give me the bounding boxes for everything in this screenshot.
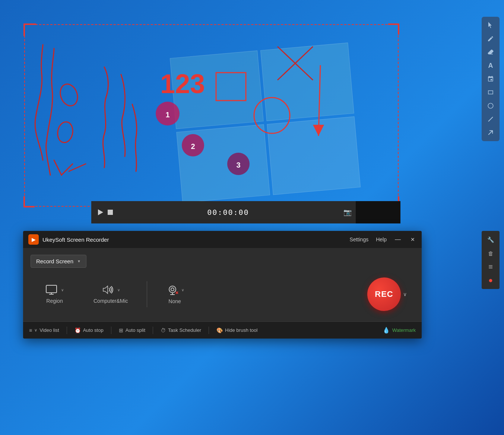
mode-dropdown[interactable]: Record Screen ▼ bbox=[31, 255, 86, 268]
windows-logo-area bbox=[24, 24, 399, 207]
region-icon-group: ∨ bbox=[45, 285, 64, 295]
windows-grid bbox=[169, 42, 360, 203]
side-menu-icon[interactable]: ≡ bbox=[484, 261, 497, 273]
hide-brush-icon: 🎨 bbox=[216, 327, 223, 333]
playback-bar: 00:00:00 📷 ⊙ ⊞ 🎨 ⧉ bbox=[91, 201, 400, 223]
rectangle-tool-btn[interactable] bbox=[484, 86, 497, 99]
video-list-label: Video list bbox=[39, 327, 59, 333]
highlight-tool-btn[interactable] bbox=[484, 73, 497, 85]
auto-split-label: Auto split bbox=[126, 327, 145, 333]
text-tool-btn[interactable]: A bbox=[484, 59, 497, 72]
video-list-icon: ≡ bbox=[29, 327, 32, 333]
hide-brush-label: Hide brush tool bbox=[225, 327, 257, 333]
mode-arrow-icon: ▼ bbox=[77, 259, 81, 263]
arrow-tool-btn[interactable] bbox=[484, 126, 497, 139]
region-caret-icon: ∨ bbox=[61, 288, 64, 292]
region-label: Region bbox=[46, 298, 63, 304]
app-logo-icon: ▶ bbox=[32, 236, 36, 242]
watermark-btn[interactable]: 💧 Watermark bbox=[383, 327, 416, 334]
auto-stop-label: Auto stop bbox=[83, 327, 104, 333]
controls-divider bbox=[147, 281, 147, 307]
sep3 bbox=[153, 327, 153, 334]
pen-tool-btn[interactable] bbox=[484, 32, 497, 45]
app-titlebar: ▶ UkeySoft Screen Recorder Settings Help… bbox=[23, 231, 422, 248]
watermark-label: Watermark bbox=[392, 327, 416, 333]
side-settings-icon[interactable]: 🔧 bbox=[484, 234, 497, 246]
audio-caret-icon: ∨ bbox=[117, 288, 120, 292]
stop-icon bbox=[108, 210, 113, 215]
camera-control[interactable]: ∨ None bbox=[151, 284, 199, 304]
sep1 bbox=[67, 327, 67, 334]
camera-icon-group: ∨ bbox=[166, 284, 184, 295]
win-tile-1 bbox=[169, 51, 263, 129]
win-tile-4 bbox=[267, 117, 361, 195]
camera-caret-icon: ∨ bbox=[181, 288, 184, 292]
play-icon bbox=[98, 209, 103, 215]
task-scheduler-label: Task Scheduler bbox=[168, 327, 201, 333]
video-list-item[interactable]: ≡ ∨ Video list bbox=[29, 327, 59, 333]
auto-stop-item[interactable]: ⏰ Auto stop bbox=[75, 327, 104, 333]
task-scheduler-item[interactable]: ⏱ Task Scheduler bbox=[161, 327, 201, 333]
settings-link[interactable]: Settings bbox=[350, 236, 369, 242]
win-tile-3 bbox=[176, 124, 270, 203]
app-logo: ▶ bbox=[28, 234, 39, 245]
sep2 bbox=[111, 327, 111, 334]
auto-split-icon: ⊞ bbox=[119, 327, 123, 333]
svg-line-15 bbox=[488, 117, 493, 121]
ellipse-tool-btn[interactable] bbox=[484, 99, 497, 112]
app-title: UkeySoft Screen Recorder bbox=[42, 236, 350, 243]
screenshot-icon[interactable]: 📷 bbox=[343, 208, 352, 216]
task-scheduler-icon: ⏱ bbox=[161, 327, 166, 333]
audio-control[interactable]: ∨ Computer&Mic bbox=[79, 285, 143, 304]
region-control[interactable]: ∨ Region bbox=[31, 285, 79, 304]
close-button[interactable]: ✕ bbox=[409, 236, 416, 242]
list-arrow: ∨ bbox=[34, 328, 37, 333]
side-record-dot-icon[interactable]: ● bbox=[484, 274, 497, 286]
stop-button[interactable] bbox=[108, 210, 113, 215]
help-link[interactable]: Help bbox=[376, 236, 387, 242]
win-tile-2 bbox=[260, 42, 354, 121]
auto-split-item[interactable]: ⊞ Auto split bbox=[119, 327, 145, 333]
timer-display: 00:00:00 bbox=[117, 208, 339, 217]
webcam-icon bbox=[166, 284, 179, 295]
speaker-icon bbox=[102, 285, 115, 295]
app-window: ▶ UkeySoft Screen Recorder Settings Help… bbox=[23, 231, 422, 339]
audio-label: Computer&Mic bbox=[93, 298, 128, 304]
side-trash-icon[interactable]: 🗑 bbox=[484, 247, 497, 259]
monitor-icon bbox=[45, 285, 59, 295]
hide-brush-item[interactable]: 🎨 Hide brush tool bbox=[216, 327, 257, 333]
auto-stop-icon: ⏰ bbox=[75, 327, 81, 333]
rec-expand-btn[interactable]: ∨ bbox=[403, 291, 407, 297]
svg-point-20 bbox=[171, 288, 174, 291]
record-mode-row: Record Screen ▼ bbox=[31, 255, 414, 268]
cursor-tool-btn[interactable] bbox=[484, 19, 497, 32]
annotation-toolbar: A bbox=[482, 17, 500, 141]
app-content: Record Screen ▼ ∨ Region bbox=[23, 248, 422, 321]
svg-point-19 bbox=[169, 286, 176, 293]
line-tool-btn[interactable] bbox=[484, 113, 497, 126]
mode-label: Record Screen bbox=[36, 258, 73, 264]
title-controls: Settings Help — ✕ bbox=[350, 236, 416, 243]
rec-button[interactable]: REC bbox=[367, 277, 401, 311]
play-button[interactable] bbox=[98, 209, 103, 215]
controls-row: ∨ Region ∨ Computer&Mic bbox=[31, 274, 414, 315]
side-panel: 🔧 🗑 ≡ ● bbox=[482, 231, 500, 289]
camera-label: None bbox=[168, 298, 181, 304]
watermark-icon: 💧 bbox=[383, 327, 390, 334]
svg-rect-16 bbox=[46, 285, 57, 293]
sep4 bbox=[209, 327, 209, 334]
audio-icon-group: ∨ bbox=[102, 285, 120, 295]
rec-area: REC ∨ bbox=[367, 277, 414, 311]
black-preview bbox=[356, 201, 400, 223]
minimize-button[interactable]: — bbox=[394, 236, 402, 243]
eraser-tool-btn[interactable] bbox=[484, 46, 497, 58]
app-bottom-bar: ≡ ∨ Video list ⏰ Auto stop ⊞ Auto split … bbox=[23, 321, 422, 339]
